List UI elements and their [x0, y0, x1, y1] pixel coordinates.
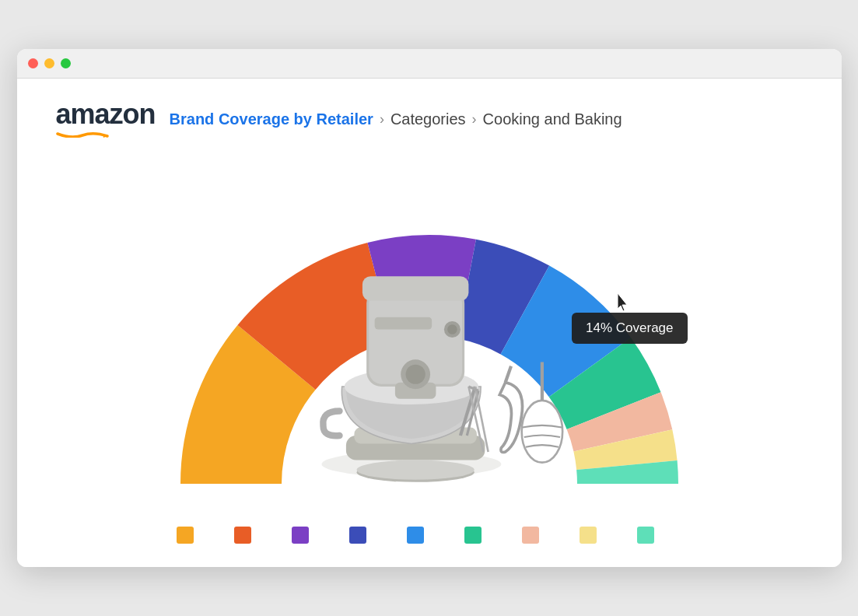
legend-item-6 — [464, 527, 510, 544]
legend-item-3 — [292, 527, 337, 544]
amazon-logo: amazon — [56, 100, 156, 138]
legend-swatch-1 — [177, 527, 194, 544]
legend-item-1 — [177, 527, 222, 544]
breadcrumb-brand-coverage[interactable]: Brand Coverage by Retailer — [170, 110, 373, 128]
cursor-icon — [615, 292, 633, 318]
amazon-arrow-icon — [56, 130, 109, 138]
header: amazon Brand Coverage by Retailer › Cate… — [56, 100, 803, 138]
legend-item-2 — [234, 527, 279, 544]
svg-point-19 — [521, 401, 562, 463]
semicircle-chart: 14% Coverage — [110, 161, 748, 488]
legend-item-5 — [407, 527, 452, 544]
chart-area: 14% Coverage — [56, 161, 803, 519]
legend-item-4 — [349, 527, 394, 544]
legend-item-8 — [580, 527, 625, 544]
amazon-text: amazon — [56, 100, 156, 128]
legend-swatch-8 — [580, 527, 597, 544]
breadcrumb-sep-2: › — [472, 111, 477, 128]
close-button[interactable] — [28, 58, 38, 68]
minimize-button[interactable] — [44, 58, 54, 68]
legend-swatch-5 — [407, 527, 424, 544]
breadcrumb: Brand Coverage by Retailer › Categories … — [170, 110, 622, 128]
chart-legend — [56, 527, 803, 544]
svg-point-22 — [356, 460, 474, 480]
main-content: amazon Brand Coverage by Retailer › Cate… — [17, 79, 842, 567]
svg-rect-6 — [362, 276, 468, 301]
legend-item-9 — [637, 527, 682, 544]
legend-swatch-3 — [292, 527, 309, 544]
breadcrumb-categories[interactable]: Categories — [390, 110, 466, 128]
svg-line-18 — [505, 366, 510, 383]
app-window: amazon Brand Coverage by Retailer › Cate… — [17, 49, 842, 567]
legend-swatch-7 — [522, 527, 539, 544]
breadcrumb-cooking-baking[interactable]: Cooking and Baking — [483, 110, 622, 128]
legend-swatch-6 — [464, 527, 482, 544]
maximize-button[interactable] — [61, 58, 71, 68]
svg-point-9 — [405, 365, 425, 384]
product-image — [272, 223, 599, 488]
svg-point-11 — [447, 324, 457, 334]
legend-swatch-9 — [637, 527, 654, 544]
breadcrumb-sep-1: › — [380, 111, 384, 128]
legend-swatch-4 — [349, 527, 366, 544]
legend-swatch-2 — [234, 527, 251, 544]
svg-rect-12 — [374, 317, 432, 330]
legend-item-7 — [522, 527, 567, 544]
title-bar — [17, 49, 842, 79]
